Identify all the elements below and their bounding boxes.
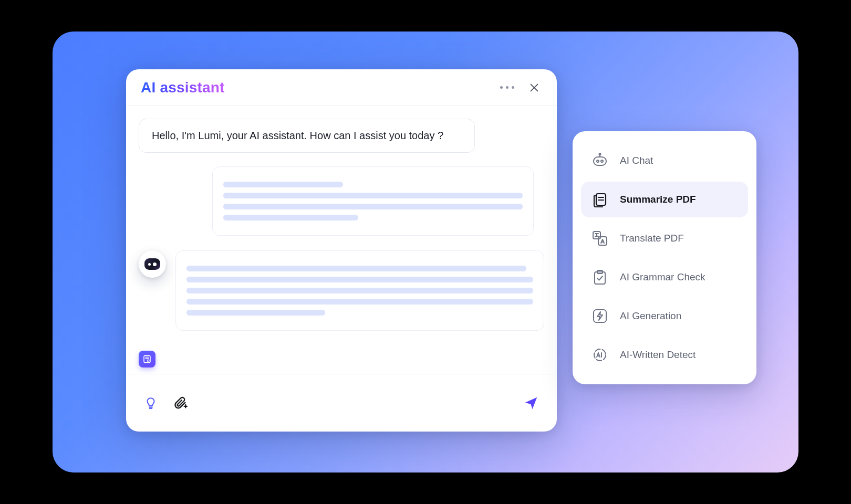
svg-point-12	[594, 349, 606, 361]
menu-item-ai-generation[interactable]: AI Generation	[581, 298, 748, 334]
menu-item-ai-chat[interactable]: AI Chat	[581, 143, 748, 178]
assistant-message-placeholder	[175, 250, 544, 331]
svg-rect-2	[594, 157, 606, 165]
user-message-placeholder	[212, 166, 534, 236]
svg-point-4	[601, 160, 603, 162]
send-button[interactable]	[522, 394, 540, 412]
feature-menu: AI Chat Summarize PDF	[573, 131, 756, 384]
more-options-button[interactable]	[499, 80, 515, 96]
menu-item-grammar-check[interactable]: AI Grammar Check	[581, 259, 748, 295]
clipboard-check-icon	[590, 268, 609, 287]
close-button[interactable]	[526, 80, 542, 96]
translate-icon	[590, 229, 609, 248]
svg-point-3	[597, 160, 599, 162]
menu-item-label: AI Grammar Check	[620, 271, 705, 283]
assistant-avatar	[139, 250, 166, 278]
assistant-greeting-message: Hello, I'm Lumi, your AI assistant. How …	[139, 119, 475, 153]
menu-item-label: Summarize PDF	[620, 194, 696, 205]
menu-item-label: AI Chat	[620, 155, 653, 166]
document-copy-icon	[590, 190, 609, 209]
menu-item-label: AI Generation	[620, 310, 681, 322]
chat-header: AI assistant	[126, 69, 557, 106]
ai-detect-icon	[590, 345, 609, 364]
gradient-background: AI assistant Hello, I'm Lumi, your AI as…	[53, 32, 798, 472]
lightning-icon	[590, 307, 609, 326]
chat-title: AI assistant	[141, 79, 225, 96]
svg-rect-8	[598, 237, 607, 245]
notes-button[interactable]	[139, 351, 155, 368]
menu-item-label: Translate PDF	[620, 233, 684, 244]
svg-point-5	[599, 153, 601, 155]
chat-body: Hello, I'm Lumi, your AI assistant. How …	[126, 106, 557, 374]
attach-button[interactable]	[172, 395, 188, 411]
chat-window: AI assistant Hello, I'm Lumi, your AI as…	[126, 69, 557, 432]
menu-item-label: AI-Written Detect	[620, 349, 696, 361]
menu-item-translate-pdf[interactable]: Translate PDF	[581, 220, 748, 256]
chat-input-bar	[126, 374, 557, 432]
menu-item-summarize-pdf[interactable]: Summarize PDF	[581, 182, 748, 217]
suggestions-button[interactable]	[143, 395, 159, 411]
robot-face-icon	[144, 258, 160, 270]
menu-item-ai-written-detect[interactable]: AI-Written Detect	[581, 337, 748, 373]
robot-icon	[590, 151, 609, 170]
